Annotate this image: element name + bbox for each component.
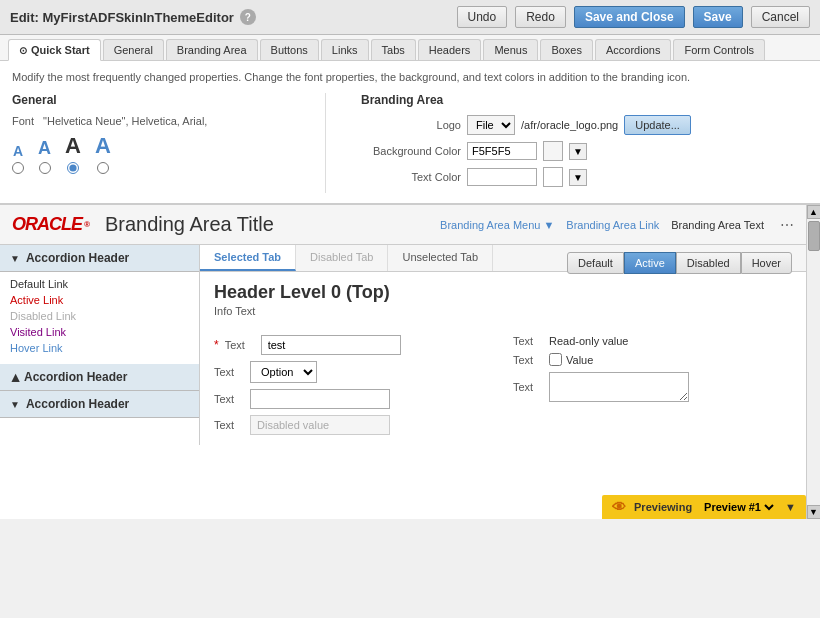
font-size-3: A	[65, 133, 81, 174]
general-section: General Font "Helvetica Neue", Helvetica…	[12, 93, 326, 193]
save-and-close-button[interactable]: Save and Close	[574, 6, 685, 28]
accordion-arrow-1: ▼	[10, 253, 20, 264]
left-panel: ▼ Accordion Header Default Link Active L…	[0, 245, 200, 445]
tab-tabs[interactable]: Tabs	[371, 39, 416, 60]
scroll-down-arrow[interactable]: ▼	[807, 505, 821, 519]
right-panel: Selected Tab Disabled Tab Unselected Tab…	[200, 245, 806, 445]
help-icon[interactable]: ?	[240, 9, 256, 25]
link-default[interactable]: Default Link	[10, 278, 189, 290]
tab-form-controls[interactable]: Form Controls	[673, 39, 765, 60]
settings-columns: General Font "Helvetica Neue", Helvetica…	[12, 93, 808, 193]
state-disabled-btn[interactable]: Disabled	[676, 252, 741, 274]
text-input-2[interactable]	[250, 389, 390, 409]
state-hover-btn[interactable]: Hover	[741, 252, 792, 274]
bg-color-input[interactable]	[467, 142, 537, 160]
logo-path: /afr/oracle_logo.png	[521, 119, 618, 131]
links-list: Default Link Active Link Disabled Link V…	[0, 272, 199, 364]
tab-boxes[interactable]: Boxes	[540, 39, 593, 60]
font-size-radio-3[interactable]	[67, 162, 79, 174]
accordion-arrow-2: ▶	[9, 373, 20, 381]
accordion-arrow-3: ▼	[10, 399, 20, 410]
form-row-textarea: Text	[513, 372, 792, 402]
tab-quick-start[interactable]: ⊙ Quick Start	[8, 39, 101, 61]
accordion-header-1[interactable]: ▼ Accordion Header	[0, 245, 199, 272]
preview-content: ORACLE® Branding Area Title Branding Are…	[0, 205, 806, 519]
checkbox-wrap: Value	[549, 353, 593, 366]
oracle-text: ORACLE	[12, 214, 82, 235]
text-input-1[interactable]	[261, 335, 401, 355]
redo-button[interactable]: Redo	[515, 6, 566, 28]
bg-color-swatch[interactable]	[543, 141, 563, 161]
text-color-swatch[interactable]	[543, 167, 563, 187]
save-button[interactable]: Save	[693, 6, 743, 28]
state-default-btn[interactable]: Default	[567, 252, 624, 274]
font-letter-xlarge: A	[95, 133, 111, 159]
option-select[interactable]: Option	[250, 361, 317, 383]
scroll-thumb[interactable]	[808, 221, 820, 251]
tab-general[interactable]: General	[103, 39, 164, 60]
scroll-up-arrow[interactable]: ▲	[807, 205, 821, 219]
tab-disabled: Disabled Tab	[296, 245, 388, 271]
form-row-empty: Text	[214, 389, 493, 409]
font-label-row: Font "Helvetica Neue", Helvetica, Arial,	[12, 115, 310, 127]
tab-headers[interactable]: Headers	[418, 39, 482, 60]
tab-accordions[interactable]: Accordions	[595, 39, 671, 60]
tab-unselected[interactable]: Unselected Tab	[388, 245, 493, 271]
text-area[interactable]	[549, 372, 689, 402]
previewing-label: Previewing	[634, 501, 692, 513]
form-label-4: Text	[214, 419, 244, 431]
link-visited[interactable]: Visited Link	[10, 326, 189, 338]
page-title: Edit: MyFirstADFSkinInThemeEditor ?	[10, 9, 449, 25]
accordion-label-3: Accordion Header	[26, 397, 129, 411]
link-active[interactable]: Active Link	[10, 294, 189, 306]
preview-area: ORACLE® Branding Area Title Branding Are…	[0, 204, 820, 519]
bg-color-label: Background Color	[361, 145, 461, 157]
state-active-btn[interactable]: Active	[624, 252, 676, 274]
font-letter-small: A	[13, 143, 23, 159]
required-star: *	[214, 338, 219, 352]
preview-number-select[interactable]: Preview #1	[700, 500, 777, 514]
nav-tabs: ⊙ Quick Start General Branding Area Butt…	[0, 35, 820, 61]
font-size-radio-4[interactable]	[97, 162, 109, 174]
preview-dropdown-arrow[interactable]: ▼	[785, 501, 796, 513]
font-size-1: A	[12, 143, 24, 174]
branding-area-text: Branding Area Text	[671, 219, 764, 231]
undo-button[interactable]: Undo	[457, 6, 508, 28]
tab-selected[interactable]: Selected Tab	[200, 245, 296, 271]
accordion-label-1: Accordion Header	[26, 251, 129, 265]
tab-links[interactable]: Links	[321, 39, 369, 60]
font-value: "Helvetica Neue", Helvetica, Arial,	[43, 115, 207, 127]
form-label-1: Text	[225, 339, 255, 351]
accordion-header-3[interactable]: ▼ Accordion Header	[0, 391, 199, 418]
logo-row: Logo File /afr/oracle_logo.png Update...	[361, 115, 808, 135]
font-size-options: A A A A	[12, 133, 310, 174]
text-color-input[interactable]	[467, 168, 537, 186]
value-checkbox[interactable]	[549, 353, 562, 366]
tab-content: Header Level 0 (Top) Info Text Default A…	[200, 272, 806, 445]
bg-color-picker-button[interactable]: ▼	[569, 143, 587, 160]
scroll-track[interactable]	[807, 219, 820, 505]
update-button[interactable]: Update...	[624, 115, 691, 135]
text-color-picker-button[interactable]: ▼	[569, 169, 587, 186]
tab-branding-area[interactable]: Branding Area	[166, 39, 258, 60]
clock-icon: ⊙	[19, 45, 27, 56]
font-size-4: A	[95, 133, 111, 174]
logo-type-select[interactable]: File	[467, 115, 515, 135]
checkbox-label: Value	[566, 354, 593, 366]
logo-label: Logo	[361, 119, 461, 131]
font-letter-medium: A	[38, 138, 51, 159]
font-size-radio-1[interactable]	[12, 162, 24, 174]
branding-area-menu-link[interactable]: Branding Area Menu ▼	[440, 219, 554, 231]
form-label-r3: Text	[513, 381, 543, 393]
branding-area-link[interactable]: Branding Area Link	[566, 219, 659, 231]
font-size-radio-2[interactable]	[39, 162, 51, 174]
tab-menus[interactable]: Menus	[483, 39, 538, 60]
accordion-header-2[interactable]: ▶ Accordion Header	[0, 364, 199, 391]
link-disabled: Disabled Link	[10, 310, 189, 322]
general-title: General	[12, 93, 310, 107]
tab-buttons[interactable]: Buttons	[260, 39, 319, 60]
link-hover[interactable]: Hover Link	[10, 342, 189, 354]
more-options-icon[interactable]: ⋯	[780, 217, 794, 233]
cancel-button[interactable]: Cancel	[751, 6, 810, 28]
form-row-readonly: Text Read-only value	[513, 335, 792, 347]
